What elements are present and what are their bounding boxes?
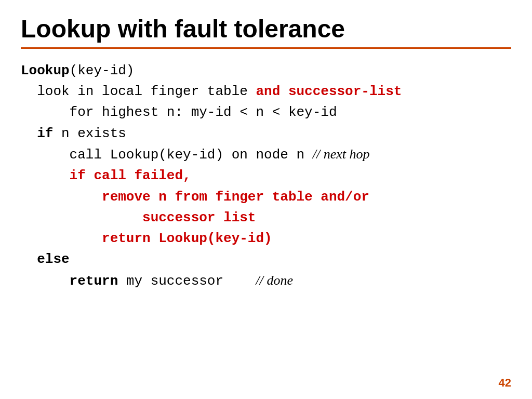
remove-n-text: remove n from finger table and/or — [21, 189, 369, 205]
if-call-failed: if call failed, — [21, 168, 191, 183]
code-content: Lookup(key-id) look in local finger tabl… — [21, 60, 511, 291]
line-10: else — [21, 249, 511, 270]
line-11: return my successor // done — [21, 270, 511, 291]
successor-list-text: successor list — [21, 210, 256, 225]
keyword-lookup: Lookup — [21, 63, 70, 78]
line-8: successor list — [21, 207, 511, 228]
and-successor-list: and successor-list — [256, 84, 402, 99]
line-4: if n exists — [21, 123, 511, 144]
slide: Lookup with fault tolerance Lookup(key-i… — [0, 0, 532, 399]
line-5: call Lookup(key-id) on node n // next ho… — [21, 144, 511, 165]
keyword-if: if — [21, 126, 53, 141]
keyword-return: return — [21, 273, 118, 289]
for-highest-text: for highest n: my-id < n < key-id — [21, 104, 337, 120]
line-2: look in local finger table and successor… — [21, 81, 511, 102]
line-3: for highest n: my-id < n < key-id — [21, 102, 511, 123]
line-6: if call failed, — [21, 165, 511, 186]
comment-nexthop: // next hop — [313, 147, 370, 162]
title-divider — [21, 47, 511, 49]
my-successor-text: my successor — [118, 273, 256, 289]
comment-done: // done — [256, 273, 293, 288]
line-7: remove n from finger table and/or — [21, 187, 511, 207]
return-lookup-text: return Lookup(key-id) — [21, 231, 272, 246]
look-in-text: look in local finger table — [21, 84, 256, 99]
slide-title: Lookup with fault tolerance — [21, 16, 511, 43]
line-9: return Lookup(key-id) — [21, 228, 511, 249]
lookup-params: (key-id) — [70, 63, 135, 78]
n-exists-text: n exists — [53, 126, 126, 141]
line-1: Lookup(key-id) — [21, 60, 511, 81]
keyword-else: else — [21, 251, 70, 267]
slide-number: 42 — [499, 376, 511, 390]
call-lookup-text: call Lookup(key-id) on node n — [21, 147, 313, 163]
